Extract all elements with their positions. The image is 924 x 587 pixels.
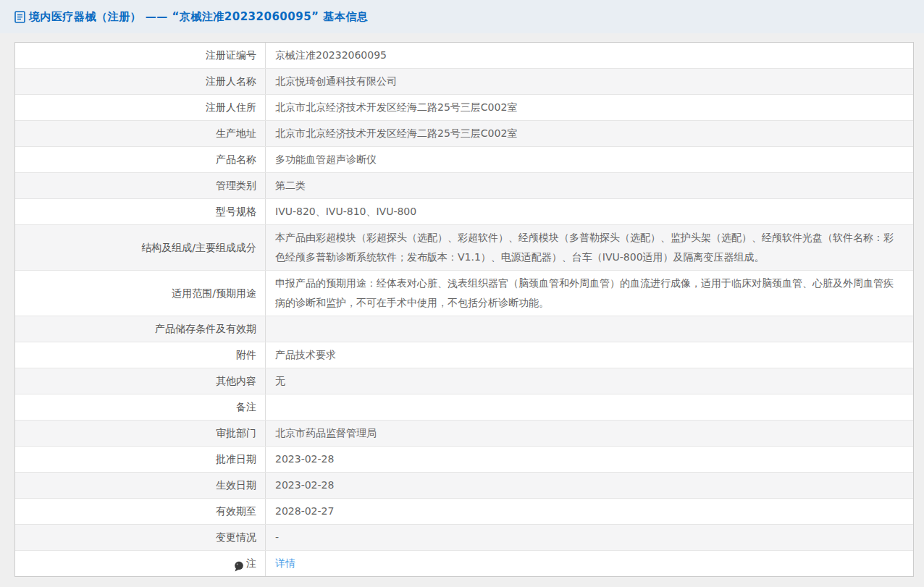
table-row: 注册证编号京械注准20232060095 <box>15 43 913 69</box>
row-value-text: IVU-820、IVU-810、IVU-800 <box>275 202 416 221</box>
row-label-text: 生产地址 <box>216 124 256 143</box>
row-label-text: 生效日期 <box>216 476 256 495</box>
table-row: 变更情况- <box>15 525 913 551</box>
row-label: 批准日期 <box>15 447 266 472</box>
row-label: 注册证编号 <box>15 43 266 68</box>
row-label: 变更情况 <box>15 525 266 550</box>
table-row: 结构及组成/主要组成成分本产品由彩超模块（彩超探头（选配）、彩超软件）、经颅模块… <box>15 225 913 271</box>
row-label: 注册人住所 <box>15 95 266 120</box>
row-label-text: 审批部门 <box>216 423 256 443</box>
row-label-text: 适用范围/预期用途 <box>172 284 256 303</box>
row-label: 备注 <box>15 394 266 420</box>
row-value-text: 2023-02-28 <box>275 449 334 469</box>
row-value: 北京市北京经济技术开发区经海二路25号三层C002室 <box>266 121 913 146</box>
row-value-text: 2028-02-27 <box>275 502 334 521</box>
row-label-text: 注 <box>246 554 256 573</box>
row-label: 注册人名称 <box>15 69 266 94</box>
table-row: 附件产品技术要求 <box>15 342 913 368</box>
row-value: 2028-02-27 <box>266 499 913 524</box>
row-value-text: 北京市北京经济技术开发区经海二路25号三层C002室 <box>275 98 517 117</box>
row-label-text: 其他内容 <box>216 371 256 391</box>
row-value: 2023-02-28 <box>266 473 913 498</box>
row-label-text: 注册人名称 <box>206 72 256 91</box>
row-value-text: - <box>275 528 279 547</box>
table-row: 生产地址北京市北京经济技术开发区经海二路25号三层C002室 <box>15 121 913 147</box>
row-value: IVU-820、IVU-810、IVU-800 <box>266 199 913 224</box>
row-value: 京械注准20232060095 <box>266 43 913 68</box>
row-label-text: 型号规格 <box>216 202 256 221</box>
row-value-text: 北京市药品监督管理局 <box>275 423 377 443</box>
table-row: 其他内容无 <box>15 368 913 394</box>
note-icon <box>234 559 244 571</box>
table-row: 备注 <box>15 394 913 421</box>
table-row: 适用范围/预期用途申报产品的预期用途：经体表对心脏、浅表组织器官（脑颈血管和外周… <box>15 271 913 316</box>
row-value: 北京市药品监督管理局 <box>266 421 913 446</box>
row-label-text: 备注 <box>236 397 256 417</box>
row-value-text: 2023-02-28 <box>275 476 334 495</box>
row-label: 附件 <box>15 342 266 368</box>
row-label-text: 注册证编号 <box>206 46 256 65</box>
table-row: 型号规格IVU-820、IVU-810、IVU-800 <box>15 199 913 225</box>
row-label-text: 变更情况 <box>216 528 256 547</box>
row-value-text: 京械注准20232060095 <box>275 46 387 65</box>
details-link[interactable]: 详情 <box>275 554 295 573</box>
row-value: 申报产品的预期用途：经体表对心脏、浅表组织器官（脑颈血管和外周血管）的血流进行成… <box>266 271 913 316</box>
row-label-text: 结构及组成/主要组成成分 <box>141 238 256 258</box>
row-label-text: 产品储存条件及有效期 <box>155 319 256 339</box>
row-value-text: 北京市北京经济技术开发区经海二路25号三层C002室 <box>275 124 517 143</box>
row-value: 第二类 <box>266 173 913 198</box>
row-value: - <box>266 525 913 550</box>
row-value-text: 申报产品的预期用途：经体表对心脏、浅表组织器官（脑颈血管和外周血管）的血流进行成… <box>275 274 900 313</box>
row-value: 多功能血管超声诊断仪 <box>266 147 913 172</box>
row-label-text: 附件 <box>236 345 256 365</box>
row-value: 北京市北京经济技术开发区经海二路25号三层C002室 <box>266 95 913 120</box>
row-value <box>266 394 913 420</box>
row-value-text: 本产品由彩超模块（彩超探头（选配）、彩超软件）、经颅模块（多普勒探头（选配）、监… <box>275 228 900 267</box>
page-header: 境内医疗器械（注册） —— “京械注准20232060095” 基本信息 <box>0 0 924 33</box>
row-value-text: 无 <box>275 371 285 391</box>
row-value: 无 <box>266 368 913 394</box>
row-label: 产品储存条件及有效期 <box>15 316 266 342</box>
table-row: 注册人名称北京悦琦创通科技有限公司 <box>15 69 913 95</box>
row-value-text: 第二类 <box>275 176 306 195</box>
row-label: 注 <box>15 551 266 576</box>
table-row: 审批部门北京市药品监督管理局 <box>15 421 913 447</box>
row-label: 管理类别 <box>15 173 266 198</box>
row-value: 产品技术要求 <box>266 342 913 368</box>
row-label: 型号规格 <box>15 199 266 224</box>
row-label-text: 有效期至 <box>216 502 256 521</box>
row-label-text: 注册人住所 <box>206 98 256 117</box>
row-value <box>266 316 913 342</box>
row-label-text: 批准日期 <box>216 449 256 469</box>
table-row: 生效日期2023-02-28 <box>15 473 913 499</box>
row-value: 北京悦琦创通科技有限公司 <box>266 69 913 94</box>
row-value-text: 多功能血管超声诊断仪 <box>275 150 377 169</box>
row-value-text: 产品技术要求 <box>275 345 336 365</box>
page-title: 境内医疗器械（注册） —— “京械注准20232060095” 基本信息 <box>29 10 368 24</box>
table-row: 注册人住所北京市北京经济技术开发区经海二路25号三层C002室 <box>15 95 913 121</box>
row-label: 有效期至 <box>15 499 266 524</box>
table-row: 管理类别第二类 <box>15 173 913 199</box>
row-label: 适用范围/预期用途 <box>15 271 266 316</box>
table-row: 有效期至2028-02-27 <box>15 499 913 525</box>
table-row: 产品名称多功能血管超声诊断仪 <box>15 147 913 173</box>
row-label: 生效日期 <box>15 473 266 498</box>
row-label: 审批部门 <box>15 421 266 446</box>
row-label: 其他内容 <box>15 368 266 394</box>
table-row: 注详情 <box>15 551 913 576</box>
row-value: 本产品由彩超模块（彩超探头（选配）、彩超软件）、经颅模块（多普勒探头（选配）、监… <box>266 225 913 270</box>
row-value: 详情 <box>266 551 913 576</box>
table-row: 产品储存条件及有效期 <box>15 316 913 342</box>
document-icon <box>14 11 25 23</box>
registration-info-table: 注册证编号京械注准20232060095注册人名称北京悦琦创通科技有限公司注册人… <box>14 42 914 577</box>
row-label: 产品名称 <box>15 147 266 172</box>
row-value: 2023-02-28 <box>266 447 913 472</box>
row-label-text: 管理类别 <box>216 176 256 195</box>
row-label: 结构及组成/主要组成成分 <box>15 225 266 270</box>
row-value-text: 北京悦琦创通科技有限公司 <box>275 72 397 91</box>
row-label-text: 产品名称 <box>216 150 256 169</box>
table-row: 批准日期2023-02-28 <box>15 447 913 473</box>
row-label: 生产地址 <box>15 121 266 146</box>
